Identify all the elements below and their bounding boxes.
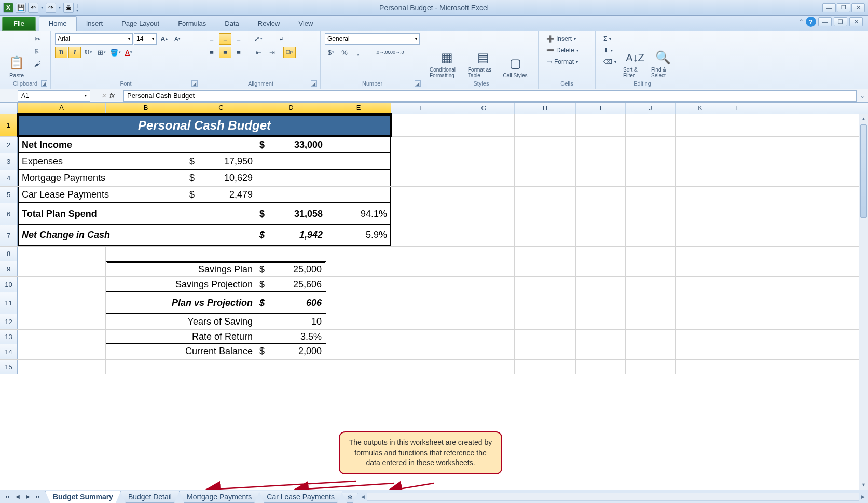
undo-icon[interactable]: ↶ (28, 3, 38, 13)
col-header-C[interactable]: C (186, 103, 256, 114)
sheet-nav-prev-icon[interactable]: ◀ (12, 492, 23, 502)
underline-button[interactable]: U (82, 47, 94, 58)
cell-C4[interactable]: $10,629 (186, 170, 256, 186)
new-sheet-button[interactable]: ✻ (342, 493, 358, 503)
row-header-1[interactable]: 1 (0, 114, 18, 136)
accounting-format-icon[interactable]: $ (325, 47, 337, 58)
copy-icon[interactable]: ⎘ (31, 46, 44, 57)
row-header-7[interactable]: 7 (0, 225, 18, 246)
cell-E2[interactable] (326, 137, 391, 153)
cell-B13[interactable]: Rate of Return (106, 330, 256, 344)
cell-I1[interactable] (576, 114, 626, 136)
cell-L1[interactable] (725, 114, 749, 136)
wrap-text-icon[interactable]: ⤶ (275, 33, 287, 45)
comma-format-icon[interactable]: , (352, 47, 364, 58)
insert-cells-button[interactable]: ➕Insert▾ (543, 33, 582, 45)
number-format-select[interactable]: General▾ (325, 33, 420, 45)
font-size-select[interactable]: 14▾ (134, 33, 157, 45)
select-all-corner[interactable] (0, 103, 18, 114)
shrink-font-icon[interactable]: A▾ (171, 33, 184, 45)
format-painter-icon[interactable]: 🖌 (31, 58, 44, 69)
cell-D2[interactable]: $33,000 (256, 137, 326, 153)
italic-button[interactable]: I (68, 47, 81, 58)
cell-A2[interactable]: Net Income (18, 137, 186, 153)
font-color-icon[interactable]: A (122, 47, 135, 58)
cell-A3[interactable]: Expenses (18, 153, 186, 170)
row-header-5[interactable]: 5 (0, 187, 18, 203)
format-cells-button[interactable]: ▭Format▾ (543, 56, 582, 67)
cell-B11[interactable]: Plan vs Projection (106, 292, 256, 314)
align-center-icon[interactable]: ≡ (219, 47, 231, 58)
close-button[interactable]: ✕ (851, 3, 865, 12)
conditional-formatting-button[interactable]: ▦ Conditional Formatting (429, 33, 465, 79)
borders-icon[interactable]: ⊞ (95, 47, 108, 58)
cell-A1[interactable]: Personal Cash Budget (18, 114, 391, 136)
cell-D3[interactable] (256, 153, 326, 170)
cell-styles-button[interactable]: ▢ Cell Styles (501, 33, 529, 79)
clipboard-launcher[interactable]: ◢ (41, 80, 47, 87)
bold-button[interactable]: B (55, 47, 67, 58)
row-header-6[interactable]: 6 (0, 203, 18, 225)
align-bottom-icon[interactable]: ≡ (232, 33, 245, 45)
sheet-nav-last-icon[interactable]: ⏭ (33, 492, 44, 502)
workbook-close-button[interactable]: ✕ (849, 17, 863, 26)
decrease-decimal-icon[interactable]: .00→.0 (390, 47, 403, 58)
row-header-9[interactable]: 9 (0, 261, 18, 276)
redo-icon[interactable]: ↷ (46, 3, 56, 13)
align-top-icon[interactable]: ≡ (205, 33, 218, 45)
row-header-2[interactable]: 2 (0, 137, 18, 153)
col-header-H[interactable]: H (515, 103, 576, 114)
sheet-tab-budget-summary[interactable]: Budget Summary (45, 491, 121, 503)
sheet-nav-next-icon[interactable]: ▶ (23, 492, 33, 502)
row-header-12[interactable]: 12 (0, 314, 18, 329)
cell-G1[interactable] (453, 114, 515, 136)
increase-decimal-icon[interactable]: .0→.00 (377, 47, 389, 58)
cell-C3[interactable]: $17,950 (186, 153, 256, 170)
orientation-icon[interactable]: ⤢ (252, 33, 265, 45)
cell-B10[interactable]: Savings Projection (106, 277, 256, 292)
cell-D10[interactable]: $25,606 (256, 277, 326, 292)
cell-D9[interactable]: $25,000 (256, 261, 326, 276)
align-middle-icon[interactable]: ≡ (219, 33, 231, 45)
col-header-B[interactable]: B (106, 103, 186, 114)
align-left-icon[interactable]: ≡ (205, 47, 218, 58)
cell-K1[interactable] (676, 114, 725, 136)
cell-A5[interactable]: Car Lease Payments (18, 187, 186, 203)
row-header-8[interactable]: 8 (0, 247, 18, 261)
row-header-11[interactable]: 11 (0, 292, 18, 314)
delete-cells-button[interactable]: ➖Delete▾ (543, 45, 582, 56)
font-launcher[interactable]: ◢ (191, 80, 198, 87)
fill-button[interactable]: ⬇▾ (600, 45, 620, 56)
col-header-I[interactable]: I (576, 103, 626, 114)
alignment-launcher[interactable]: ◢ (311, 80, 317, 87)
tab-file[interactable]: File (2, 17, 36, 31)
cell-H1[interactable] (515, 114, 576, 136)
row-header-14[interactable]: 14 (0, 344, 18, 359)
cell-E3[interactable] (326, 153, 391, 170)
tab-home[interactable]: Home (39, 16, 77, 31)
cell-D6[interactable]: $31,058 (256, 203, 326, 225)
cell-E6[interactable]: 94.1% (326, 203, 391, 225)
row-header-3[interactable]: 3 (0, 153, 18, 170)
increase-indent-icon[interactable]: ⇥ (266, 47, 278, 58)
cell-B14[interactable]: Current Balance (106, 344, 256, 359)
cell-F1[interactable] (391, 114, 453, 136)
paste-button[interactable]: 📋 Paste (4, 33, 29, 79)
sheet-tab-mortgage-payments[interactable]: Mortgage Payments (179, 491, 259, 503)
scroll-down-icon[interactable]: ▼ (859, 480, 868, 490)
cut-icon[interactable]: ✂ (31, 33, 44, 45)
cell-A6[interactable]: Total Plan Spend (18, 203, 186, 225)
vertical-scrollbar[interactable]: ▲ ▼ (859, 114, 868, 490)
worksheet-grid[interactable]: A B C D E F G H I J K L 1 Personal Cash … (0, 103, 868, 490)
col-header-L[interactable]: L (725, 103, 749, 114)
sort-filter-button[interactable]: A↓Z Sort & Filter (622, 33, 648, 79)
hscroll-left-icon[interactable]: ◀ (361, 494, 365, 499)
format-as-table-button[interactable]: ▤ Format as Table (467, 33, 499, 79)
formula-input[interactable]: Personal Cash Budget (123, 90, 857, 102)
decrease-indent-icon[interactable]: ⇤ (252, 47, 265, 58)
qat-customize[interactable]: ｜▾ (76, 3, 79, 13)
cell-B9[interactable]: Savings Plan (106, 261, 256, 276)
scroll-thumb[interactable] (860, 124, 867, 218)
percent-format-icon[interactable]: % (338, 47, 351, 58)
sheet-tab-budget-detail[interactable]: Budget Detail (120, 491, 180, 503)
